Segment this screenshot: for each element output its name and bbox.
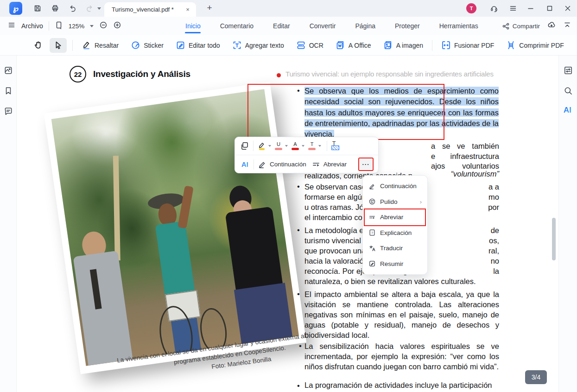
abreviar-quick-button[interactable]: Abreviar	[323, 161, 347, 168]
avatar[interactable]: T	[466, 3, 476, 13]
tab-herramientas[interactable]: Herramientas	[438, 18, 479, 34]
hand-tool-button[interactable]	[30, 38, 47, 53]
resaltar-button[interactable]: Resaltar	[76, 38, 125, 53]
zoom-level[interactable]: 125%	[69, 23, 85, 30]
selected-paragraph-text: Se observa que los medios de esparcimien…	[304, 87, 499, 138]
comments-panel-button[interactable]	[4, 107, 13, 116]
agregar-texto-label: Agregar texto	[245, 42, 284, 49]
hand-icon	[33, 40, 43, 50]
tab-pagina[interactable]: Página	[354, 18, 376, 34]
menu-item-label: Explicación	[380, 229, 412, 236]
abbreviate-icon	[368, 214, 376, 221]
support-button[interactable]	[489, 3, 499, 13]
main-menu-button[interactable]	[508, 3, 518, 13]
app-logo-icon[interactable]: ℘	[9, 2, 22, 15]
ocr-button[interactable]: OCR OCR	[290, 38, 330, 53]
divider	[49, 21, 49, 31]
page-view-button[interactable]	[55, 21, 63, 31]
strikethrough-caret-icon[interactable]	[302, 145, 304, 147]
submenu-chevron-icon: ›	[420, 198, 422, 205]
strikethrough-annotation-button[interactable]: A	[290, 141, 300, 151]
document-tab-title: Turismo_vivencial.pdf *	[112, 6, 184, 13]
document-scrollbar[interactable]	[552, 56, 556, 392]
select-tool-button[interactable]	[50, 38, 67, 53]
bookmarks-panel-button[interactable]	[4, 86, 13, 95]
bullet-marker: •	[297, 182, 300, 191]
archivo-menu[interactable]: Archivo	[21, 22, 43, 30]
page-title: Investigación y Análisis	[93, 69, 190, 79]
tab-close-icon[interactable]: ×	[184, 6, 191, 13]
underline-caret-icon[interactable]	[285, 145, 288, 147]
bullet-programacion[interactable]: La programación de actividades incluye l…	[304, 381, 501, 390]
divider	[72, 40, 73, 51]
maximize-button[interactable]	[545, 3, 555, 13]
print-button[interactable]	[50, 3, 60, 13]
comment-icon	[4, 107, 13, 116]
tab-comentario[interactable]: Comentario	[219, 18, 254, 34]
squiggly-annotation-button[interactable]: T	[307, 141, 317, 151]
new-tab-button[interactable]: +	[204, 2, 215, 14]
minimize-icon	[526, 4, 535, 13]
minimize-button[interactable]	[526, 3, 536, 13]
fusionar-pdf-button[interactable]: Fusionar PDF	[435, 38, 500, 53]
tab-proteger[interactable]: Proteger	[394, 18, 421, 34]
menu-item-label: Traducir	[380, 245, 403, 252]
zoom-out-button[interactable]	[99, 21, 108, 31]
menu-item-explicacion[interactable]: ? Explicación	[363, 225, 427, 241]
copy-button[interactable]	[240, 141, 250, 151]
archivo-menu-icon[interactable]	[7, 21, 16, 31]
document-tab[interactable]: Turismo_vivencial.pdf * ×	[104, 2, 196, 17]
menu-item-resumir[interactable]: Resumir	[363, 256, 427, 272]
divider	[253, 141, 254, 151]
menu-item-traducir[interactable]: Traducir	[363, 240, 427, 256]
zoom-dropdown-caret-icon[interactable]	[90, 25, 94, 27]
fragment: por	[488, 202, 499, 212]
editar-todo-button[interactable]: Editar todo	[170, 38, 226, 53]
bullet-marker: •	[299, 341, 302, 350]
history-dropdown-caret-icon[interactable]	[97, 7, 101, 10]
fragment: naturaleza, o bien se revitalizan valore…	[304, 276, 476, 286]
copy-icon	[240, 141, 249, 151]
close-button[interactable]	[563, 3, 573, 13]
selected-paragraph[interactable]: Se observa que los medios de esparcimien…	[304, 86, 499, 139]
ai-sidebar-button[interactable]: AI	[564, 106, 573, 115]
fragment-line: e infraestructura	[431, 152, 499, 162]
squiggly-caret-icon[interactable]	[318, 145, 321, 147]
tab-editar[interactable]: Editar	[272, 18, 291, 34]
underline-annotation-button[interactable]: U	[273, 141, 284, 151]
bullet-sensibilizacion[interactable]: La sensibilización hacia valores espirit…	[304, 341, 499, 372]
share-icon	[502, 22, 510, 30]
cloud-upload-button[interactable]	[547, 21, 556, 31]
tab-convertir[interactable]: Convertir	[309, 18, 337, 34]
save-button[interactable]	[32, 3, 43, 13]
a-imagen-button[interactable]: A imagen	[377, 38, 429, 53]
tab-inicio[interactable]: Inicio	[184, 18, 202, 34]
properties-panel-button[interactable]	[564, 66, 573, 75]
thumbnails-panel-button[interactable]	[4, 66, 13, 75]
more-options-button[interactable]: ···	[360, 159, 372, 170]
redo-button[interactable]	[84, 3, 95, 13]
highlight-annotation-button[interactable]	[257, 141, 267, 151]
continuacion-quick-button[interactable]: Continuación	[270, 161, 306, 168]
menu-item-abreviar[interactable]: Abreviar	[363, 209, 427, 225]
bullet-impacto[interactable]: El impacto ambiental se altera a baja es…	[304, 289, 499, 340]
menu-item-continuacion[interactable]: Continuación	[363, 178, 427, 194]
fragment: no	[491, 256, 499, 266]
menu-item-pulido[interactable]: Pulido ›	[363, 194, 427, 210]
search-button[interactable]	[564, 86, 573, 95]
compress-pdf-icon	[506, 40, 516, 50]
agregar-texto-button[interactable]: Agregar texto	[226, 38, 290, 53]
collapse-toolbar-button[interactable]	[563, 21, 571, 31]
merge-pdf-icon	[441, 40, 451, 50]
sticker-button[interactable]: Sticker	[125, 38, 170, 53]
more-options-red-outline: ···	[358, 158, 374, 171]
comprimir-pdf-button[interactable]: Comprimir PDF	[500, 38, 570, 53]
add-text-icon	[232, 40, 242, 50]
a-office-button[interactable]: A Office	[330, 38, 377, 53]
text-box-button[interactable]: T	[330, 141, 341, 151]
highlight-caret-icon[interactable]	[268, 145, 271, 147]
scrollbar-thumb[interactable]	[552, 218, 556, 260]
zoom-in-button[interactable]	[113, 21, 121, 31]
undo-button[interactable]	[68, 3, 78, 13]
share-button[interactable]: Compartir	[502, 22, 540, 30]
